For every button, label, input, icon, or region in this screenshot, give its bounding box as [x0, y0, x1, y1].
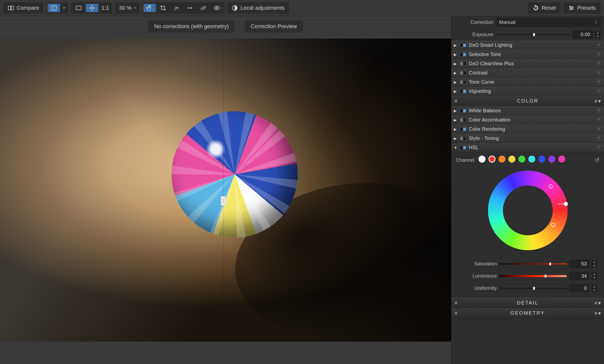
help-icon[interactable]: ?: [596, 89, 602, 94]
help-icon[interactable]: ?: [596, 118, 602, 122]
zoom-select[interactable]: 30 % ▼: [115, 2, 139, 13]
wheel-point-inner-top[interactable]: [542, 200, 546, 204]
channel-orange[interactable]: [498, 156, 505, 163]
split-view-icon: [51, 5, 57, 11]
section-toggle[interactable]: [460, 109, 466, 113]
hsl-toggle[interactable]: [460, 146, 466, 150]
help-icon[interactable]: ?: [596, 70, 602, 75]
channel-yellow[interactable]: [508, 156, 515, 163]
luminance-stepper[interactable]: ▲▼: [592, 273, 597, 279]
triangle-right-icon: ▶: [454, 89, 457, 93]
split-view-button[interactable]: [48, 4, 60, 12]
section-style-toning[interactable]: ▶Style - Toning?: [451, 134, 604, 143]
hand-tool-button[interactable]: [143, 4, 156, 12]
section-toggle[interactable]: [460, 80, 466, 84]
luminance-slider[interactable]: [499, 274, 567, 278]
move-tool-button[interactable]: [86, 4, 98, 12]
saturation-slider[interactable]: [499, 262, 567, 266]
wheel-point-outer-bottom[interactable]: [551, 223, 555, 227]
eyedropper-button[interactable]: [170, 4, 183, 12]
comparison-handle[interactable]: [221, 196, 226, 206]
close-icon[interactable]: ✕: [454, 301, 459, 305]
wheel-point-outer-top[interactable]: [549, 184, 553, 188]
help-icon[interactable]: ?: [596, 136, 602, 141]
correction-select[interactable]: Manual ⇵: [496, 18, 601, 27]
chevron-down-icon[interactable]: ▼: [61, 6, 67, 10]
section-toggle[interactable]: [460, 118, 466, 122]
compare-icon: [8, 5, 14, 11]
section-toggle[interactable]: [460, 71, 466, 75]
saturation-stepper[interactable]: ▲▼: [592, 260, 597, 267]
category-menu-icon[interactable]: ≡▾: [595, 310, 602, 316]
exposure-value[interactable]: 0.00: [573, 30, 593, 39]
section-toggle[interactable]: [460, 62, 466, 66]
section-toggle[interactable]: [460, 53, 466, 57]
help-icon[interactable]: ?: [596, 80, 602, 85]
channel-white[interactable]: [479, 156, 485, 163]
fit-button[interactable]: [72, 4, 85, 12]
section-hsl[interactable]: ▼ HSL ?: [451, 143, 604, 152]
help-icon[interactable]: ?: [596, 108, 602, 113]
section-dxo-smart-lighting[interactable]: ▶DxO Smart Lighting?: [451, 41, 604, 50]
section-contrast[interactable]: ▶Contrast?: [451, 68, 604, 77]
wheel-point-inner-bottom[interactable]: [543, 212, 546, 216]
help-icon[interactable]: ?: [596, 145, 602, 150]
section-white-balance[interactable]: ▶White Balance?: [451, 106, 604, 115]
repair-tool-button[interactable]: [197, 4, 210, 12]
section-toggle[interactable]: [460, 136, 466, 140]
close-icon[interactable]: ✕: [454, 311, 459, 316]
image-canvas[interactable]: [0, 39, 451, 364]
ratio-label[interactable]: 1:1: [99, 5, 111, 11]
help-icon[interactable]: ?: [596, 43, 602, 48]
channel-green[interactable]: [518, 156, 525, 163]
luminance-label: Luminance: [458, 273, 497, 279]
reset-button[interactable]: Reset: [528, 2, 560, 13]
help-icon[interactable]: ?: [596, 52, 602, 57]
section-tone-curve[interactable]: ▶Tone Curve?: [451, 77, 604, 87]
help-icon[interactable]: ?: [596, 61, 602, 66]
section-toggle[interactable]: [460, 127, 466, 131]
geometry-category-header[interactable]: ✕ GEOMETRY ≡▾: [451, 308, 604, 318]
triangle-right-icon: ▶: [454, 80, 457, 84]
exposure-stepper[interactable]: ▲▼: [595, 31, 601, 38]
saturation-value[interactable]: 53: [569, 260, 589, 268]
section-dxo-clearview-plus[interactable]: ▶DxO ClearView Plus?: [451, 59, 604, 68]
preview-toggle-button[interactable]: [211, 4, 223, 12]
channel-purple[interactable]: [548, 156, 555, 163]
section-label: Color Accentuation: [469, 117, 594, 123]
reset-icon: [533, 5, 539, 11]
section-vignetting[interactable]: ▶Vignetting?: [451, 87, 604, 96]
compare-button[interactable]: Compare: [3, 2, 43, 13]
channel-blue[interactable]: [538, 156, 545, 163]
category-menu-icon[interactable]: ≡▾: [595, 300, 602, 306]
color-category-header[interactable]: ✕ COLOR ≡▾: [451, 96, 604, 106]
section-color-accentuation[interactable]: ▶Color Accentuation?: [451, 115, 604, 124]
triangle-right-icon: ▶: [454, 109, 457, 113]
uniformity-stepper[interactable]: ▲▼: [592, 285, 597, 292]
detail-category-header[interactable]: ✕ DETAIL ≡▾: [451, 298, 604, 308]
uniformity-slider[interactable]: [499, 287, 567, 290]
crop-tool-button[interactable]: [157, 4, 169, 12]
svg-point-9: [216, 7, 218, 9]
section-label: Color Rendering: [469, 126, 594, 132]
exposure-slider[interactable]: [496, 33, 570, 36]
horizon-tool-button[interactable]: [184, 4, 196, 12]
presets-button[interactable]: Presets: [563, 2, 601, 13]
section-color-rendering[interactable]: ▶Color Rendering?: [451, 124, 604, 134]
top-toolbar: Compare ▼ 1:1 30 %: [0, 0, 604, 16]
channel-cyan[interactable]: [528, 156, 535, 163]
hsl-color-wheel[interactable]: [488, 171, 568, 250]
uniformity-value[interactable]: 0: [569, 284, 589, 292]
channel-magenta[interactable]: [558, 156, 565, 163]
luminance-value[interactable]: 34: [569, 272, 589, 280]
local-adjustments-button[interactable]: Local adjustments: [227, 2, 289, 13]
close-icon[interactable]: ✕: [454, 99, 459, 104]
section-selective-tone[interactable]: ▶Selective Tone?: [451, 50, 604, 59]
uniformity-label: Uniformity: [458, 285, 497, 291]
section-toggle[interactable]: [460, 89, 466, 93]
category-menu-icon[interactable]: ≡▾: [595, 98, 602, 104]
channel-red[interactable]: [488, 156, 495, 163]
section-toggle[interactable]: [460, 43, 466, 47]
reset-channel-icon[interactable]: ↺: [595, 157, 600, 164]
help-icon[interactable]: ?: [596, 127, 602, 132]
